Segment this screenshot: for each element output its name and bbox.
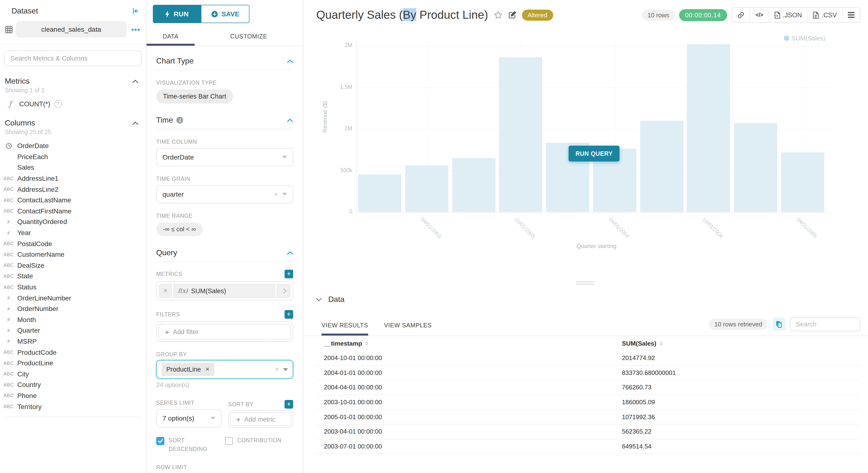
groupby-chip[interactable]: ProductLine✕ bbox=[161, 363, 215, 376]
column-item-msrp[interactable]: #MSRP bbox=[0, 336, 146, 347]
column-item-addressline1[interactable]: ABCAddressLine1 bbox=[0, 173, 146, 184]
export-csv-button[interactable]: .CSV bbox=[807, 8, 842, 22]
sort-icon[interactable] bbox=[660, 341, 662, 346]
abc-type-tag: ABC bbox=[0, 209, 17, 214]
chevron-up-icon[interactable] bbox=[132, 121, 138, 125]
share-link-icon[interactable] bbox=[732, 8, 750, 22]
search-metrics-columns-input[interactable] bbox=[4, 51, 142, 66]
column-item-year[interactable]: #Year bbox=[0, 227, 146, 238]
export-json-button[interactable]: .JSON bbox=[768, 8, 807, 22]
run-button[interactable]: RUN bbox=[153, 5, 201, 23]
visualization-type-value[interactable]: Time-series Bar Chart bbox=[156, 89, 233, 103]
altered-badge[interactable]: Altered bbox=[522, 9, 553, 21]
run-query-button[interactable]: RUN QUERY bbox=[568, 146, 620, 161]
column-header-sum-sales[interactable]: SUM(Sales) bbox=[614, 340, 860, 347]
column-item-postalcode[interactable]: ABCPostalCode bbox=[0, 238, 146, 249]
column-name: City bbox=[17, 370, 29, 378]
column-item-quarter[interactable]: #Quarter bbox=[0, 325, 146, 336]
dataset-panel-title: Dataset bbox=[11, 7, 38, 15]
bar-2004-07-01 bbox=[640, 121, 683, 212]
add-filter-button[interactable]: + bbox=[284, 310, 293, 319]
time-range-value[interactable]: -∞ ≤ col < ∞ bbox=[156, 223, 203, 236]
chevron-down-icon[interactable] bbox=[316, 297, 322, 302]
column-item-addressline2[interactable]: ABCAddressLine2 bbox=[0, 184, 146, 195]
time-section-title: Time i bbox=[156, 116, 183, 125]
tab-view-samples[interactable]: VIEW SAMPLES bbox=[384, 316, 432, 336]
contribution-checkbox[interactable] bbox=[225, 437, 233, 445]
column-item-city[interactable]: ABCCity bbox=[0, 369, 146, 379]
column-item-ordernumber[interactable]: #OrderNumber bbox=[0, 303, 146, 314]
numeric-type-tag: # bbox=[0, 306, 17, 311]
column-item-phone[interactable]: ABCPhone bbox=[0, 390, 146, 401]
tab-customize[interactable]: CUSTOMIZE bbox=[195, 27, 303, 46]
column-item-priceeach[interactable]: PriceEach bbox=[0, 151, 146, 162]
dataset-name[interactable]: cleaned_sales_data bbox=[16, 21, 126, 37]
info-icon[interactable]: i bbox=[176, 117, 183, 124]
chevron-down-icon bbox=[210, 417, 215, 420]
collapse-sidebar-icon[interactable] bbox=[132, 7, 140, 15]
function-icon: f(x) bbox=[178, 287, 188, 294]
remove-chip-icon[interactable]: ✕ bbox=[205, 366, 210, 373]
edit-properties-icon[interactable] bbox=[508, 10, 517, 19]
chevron-up-icon[interactable] bbox=[132, 79, 138, 84]
add-sort-metric-button[interactable]: + bbox=[284, 400, 293, 409]
sort-icon[interactable] bbox=[366, 341, 368, 346]
column-item-dealsize[interactable]: ABCDealSize bbox=[0, 260, 146, 271]
save-button[interactable]: SAVE bbox=[201, 5, 249, 23]
panel-resize-handle[interactable] bbox=[576, 281, 594, 286]
table-search-input[interactable] bbox=[790, 317, 860, 331]
metric-item[interactable]: ƒ COUNT(*) ? bbox=[5, 99, 146, 108]
column-item-territory[interactable]: ABCTerritory bbox=[0, 401, 146, 412]
add-sort-metric-dropzone[interactable]: +Add metric bbox=[230, 412, 291, 426]
sort-descending-checkbox[interactable] bbox=[156, 437, 164, 445]
chart-legend[interactable]: SUM(Sales) bbox=[784, 35, 825, 42]
time-column-select[interactable]: OrderDate bbox=[156, 148, 293, 166]
tab-data[interactable]: DATA bbox=[147, 27, 195, 46]
table-cell: 2004-04-01 00:00:00 bbox=[316, 384, 614, 391]
metrics-showing-count: Showing 1 of 1 bbox=[5, 87, 146, 94]
time-grain-select[interactable]: quarter ✕ bbox=[156, 185, 293, 203]
chevron-up-icon[interactable] bbox=[287, 118, 293, 122]
help-icon[interactable]: ? bbox=[54, 100, 62, 108]
copy-data-icon[interactable] bbox=[772, 317, 785, 330]
table-row: 2004-04-01 00:00:00766260.73 bbox=[316, 380, 860, 395]
x-axis-line bbox=[356, 212, 832, 213]
column-item-productcode[interactable]: ABCProductCode bbox=[0, 347, 146, 358]
tab-view-results[interactable]: VIEW RESULTS bbox=[321, 316, 368, 336]
column-item-status[interactable]: ABCStatus bbox=[0, 281, 146, 292]
column-header-timestamp[interactable]: __timestamp bbox=[316, 340, 614, 347]
clear-icon[interactable]: ✕ bbox=[274, 191, 278, 197]
groupby-select[interactable]: ProductLine✕ ✕ bbox=[156, 360, 293, 379]
menu-icon[interactable] bbox=[842, 8, 860, 22]
chevron-up-icon[interactable] bbox=[287, 251, 293, 255]
column-item-country[interactable]: ABCCountry bbox=[0, 379, 146, 390]
column-item-contactfirstname[interactable]: ABCContactFirstName bbox=[0, 206, 146, 216]
view-query-icon[interactable]: </> bbox=[750, 8, 769, 22]
gridline bbox=[356, 46, 832, 46]
column-item-state[interactable]: ABCState bbox=[0, 271, 146, 281]
add-filter-dropzone[interactable]: +Add filter bbox=[159, 324, 291, 339]
add-metric-button[interactable]: + bbox=[284, 270, 293, 278]
column-item-contactlastname[interactable]: ABCContactLastName bbox=[0, 195, 146, 206]
metric-option[interactable]: ✕ f(x) SUM(Sales) bbox=[159, 284, 291, 298]
remove-metric-icon[interactable]: ✕ bbox=[159, 284, 172, 298]
favorite-star-icon[interactable] bbox=[493, 10, 502, 20]
clear-icon[interactable]: ✕ bbox=[275, 366, 279, 373]
column-name: ContactLastName bbox=[17, 196, 71, 204]
column-item-customername[interactable]: ABCCustomerName bbox=[0, 249, 146, 260]
abc-type-tag: ABC bbox=[0, 371, 17, 377]
expand-metric-icon[interactable] bbox=[276, 284, 291, 298]
abc-type-tag: ABC bbox=[0, 187, 17, 192]
dataset-options-menu[interactable]: ••• bbox=[129, 25, 142, 33]
row-count-pill: 10 rows bbox=[642, 9, 675, 21]
column-item-quantityordered[interactable]: #QuantityOrdered bbox=[0, 216, 146, 227]
column-item-orderdate[interactable]: OrderDate bbox=[0, 140, 146, 151]
chart-title[interactable]: Quarterly Sales (By Product Line) bbox=[316, 8, 488, 22]
column-item-orderlinenumber[interactable]: #OrderLineNumber bbox=[0, 292, 146, 303]
chevron-up-icon[interactable] bbox=[287, 59, 293, 63]
column-item-productline[interactable]: ABCProductLine bbox=[0, 358, 146, 369]
file-icon bbox=[774, 11, 780, 19]
series-limit-select[interactable]: 7 option(s) bbox=[156, 409, 221, 427]
column-item-sales[interactable]: Sales bbox=[0, 162, 146, 173]
column-item-month[interactable]: #Month bbox=[0, 314, 146, 325]
